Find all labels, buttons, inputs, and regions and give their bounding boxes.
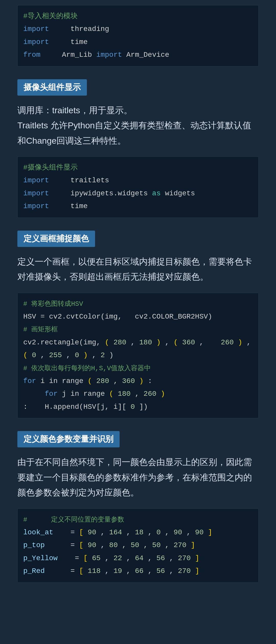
color-param-section: 定义颜色参数变量并识别 由于在不同自然环境下，同一颜色会由显示上的区别，因此需要… [17, 428, 259, 582]
val-64: 64 [135, 554, 144, 562]
color-capture-heading: 定义画框捕捉颜色 [17, 231, 95, 247]
camera-widget-section: 摄像头组件显示 调用库：traitlets，用于显示。 Traitlets 允许… [17, 77, 259, 218]
code-line-look-at: look_at = [ 90 , 164 , 18 , 0 , 90 , 90 … [23, 526, 253, 539]
comment-params: # 定义不同位置的变量参数 [23, 516, 124, 524]
c-ptop-3: , [144, 541, 152, 549]
comma-2: , [165, 338, 174, 346]
page-container: #导入相关的模块 import threading import time fr… [0, 0, 276, 598]
color-capture-code-block: # 将彩色图转成HSV HSV = cv2.cvtColor(img, cv2.… [17, 293, 259, 419]
keyword-import-2: import [23, 38, 49, 46]
comma-6: , [66, 351, 75, 359]
num-0: 0 [32, 351, 36, 359]
code-line-traitlets: import traitlets [23, 174, 253, 187]
keyword-for-1: for [23, 377, 36, 385]
paren-range2: ( [109, 390, 113, 398]
import-code-block: #导入相关的模块 import threading import time fr… [17, 5, 259, 66]
eq-look-at: = [57, 528, 79, 536]
code-line-1: import threading [23, 23, 253, 36]
range-260: 260 [144, 390, 156, 398]
num-0-2: 0 [75, 351, 79, 359]
bracket-1: [ [79, 528, 83, 536]
keyword-import-t: import [23, 176, 49, 184]
range-280: 280 [96, 377, 109, 385]
c2: , [126, 528, 135, 536]
eq-p-top: = [49, 541, 79, 549]
num-260: 260 [221, 338, 234, 346]
val-90-2: 90 [174, 528, 182, 536]
c4: , [165, 528, 174, 536]
colon-1: : [148, 377, 152, 385]
bracket-2-close: ] [191, 541, 195, 549]
comma-range1: , [113, 377, 122, 385]
keyword-as: as [152, 189, 161, 197]
paren-5: ( [23, 351, 28, 359]
val-56-2: 56 [156, 567, 165, 575]
range-360: 360 [122, 377, 135, 385]
val-90-ptop: 90 [88, 541, 96, 549]
bracket-4: [ [79, 567, 83, 575]
eq-p-red: = [49, 567, 79, 575]
code-comment-loop: # 依次取出每行每列的H,S,V值放入容器中 [23, 362, 253, 375]
color-capture-body: 定义一个画框，以便在目标区域内捕捉目标颜色，需要将色卡对准摄像头，否则超出画框后… [17, 254, 259, 285]
bracket-1-close: ] [208, 528, 212, 536]
code-line-p-red: p_Red = [ 118 , 19 , 66 , 56 , 270 ] [23, 565, 253, 578]
paren-4: ) [238, 338, 242, 346]
c-pr-4: , [169, 567, 178, 575]
import-section: #导入相关的模块 import threading import time fr… [17, 5, 259, 66]
val-270-ptop: 270 [174, 541, 186, 549]
c-ptop-1: , [101, 541, 109, 549]
code-line-rect: cv2.rectangle(img, ( 280 , 180 ) , ( 360… [23, 336, 253, 362]
comment-hsv: # 将彩色图转成HSV [23, 300, 83, 308]
colon-2: : H.append(HSV[j, i][ [23, 403, 126, 411]
val-80: 80 [109, 541, 118, 549]
comma-range2: , [135, 390, 144, 398]
num-280: 280 [113, 338, 126, 346]
color-param-body: 由于在不同自然环境下，同一颜色会由显示上的区别，因此需要建立一个目标颜色的参数标… [17, 455, 259, 500]
val-22: 22 [113, 554, 122, 562]
close-paren: ) [109, 351, 113, 359]
var-p-top: p_top [23, 541, 45, 549]
val-270-pr: 270 [178, 567, 191, 575]
num-180: 180 [139, 338, 152, 346]
module-time-2: time [53, 202, 88, 210]
c-pr-2: , [126, 567, 135, 575]
code-comment-rect: # 画矩形框 [23, 323, 253, 336]
paren-range2-close: ) [161, 390, 165, 398]
camera-widget-heading: 摄像头组件显示 [17, 79, 87, 96]
comment-loop: # 依次取出每行每列的H,S,V值放入容器中 [23, 365, 151, 372]
num-255: 255 [49, 351, 62, 359]
bracket-3: [ [83, 554, 88, 562]
color-param-heading: 定义颜色参数变量并识别 [17, 431, 120, 447]
num-2: 2 [101, 351, 105, 359]
c-py-3: , [148, 554, 156, 562]
c-py-2: , [126, 554, 135, 562]
index-0: 0 [131, 403, 135, 411]
paren-2: ) [156, 338, 161, 346]
keyword-import-ipy: import [23, 189, 49, 197]
val-90-3: 90 [195, 528, 204, 536]
code-line-ipywidgets: import ipywidgets.widgets as widgets [23, 187, 253, 200]
comma-1: , [131, 338, 139, 346]
code-line-for2: for j in range ( 180 , 260 ) : H.append(… [23, 388, 253, 413]
c-py-1: , [105, 554, 113, 562]
paren-1: ( [105, 338, 109, 346]
class-arm-device: Arm_Device [126, 51, 169, 59]
color-capture-section: 定义画框捕捉颜色 定义一个画框，以便在目标区域内捕捉目标颜色，需要将色卡对准摄像… [17, 228, 259, 419]
bracket-2: [ [79, 541, 83, 549]
val-270-py: 270 [178, 554, 191, 562]
code-line-hsv: HSV = cv2.cvtColor(img, cv2.COLOR_BGR2HS… [23, 310, 253, 323]
for-i-range: i in range [40, 377, 83, 385]
c-pr-1: , [105, 567, 113, 575]
comment-text: #导入相关的模块 [23, 12, 78, 20]
alias-widgets: widgets [165, 189, 195, 197]
paren-6: ) [83, 351, 88, 359]
val-90-1: 90 [88, 528, 96, 536]
range-180: 180 [118, 390, 131, 398]
var-look-at: look_at [23, 528, 53, 536]
code-line-p-top: p_top = [ 90 , 80 , 50 , 50 , 270 ] [23, 539, 253, 552]
comma-4: , [247, 338, 251, 346]
paren-3: ( [174, 338, 178, 346]
c5: , [187, 528, 195, 536]
camera-widget-body: 调用库：traitlets，用于显示。 Traitlets 允许Python自定… [17, 103, 259, 149]
val-56-1: 56 [156, 554, 165, 562]
